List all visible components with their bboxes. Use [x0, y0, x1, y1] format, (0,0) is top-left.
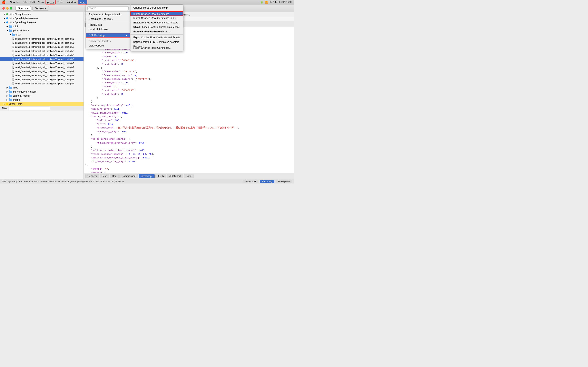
app-name[interactable]: Charles: [8, 0, 21, 4]
folder-label: order: [16, 33, 21, 37]
recording-button[interactable]: Recording: [260, 180, 274, 183]
tab-compressed[interactable]: Compressed: [120, 174, 138, 178]
menu-local-ip[interactable]: Local IP Address: [86, 27, 130, 32]
host-icon-green: [6, 13, 8, 15]
search-input[interactable]: [87, 6, 129, 10]
item-label: config?method_list=smart_call_config%2Cg…: [15, 37, 74, 41]
list-item[interactable]: js config?method_list=smart_call_config%…: [0, 73, 84, 77]
tab-raw-bottom[interactable]: Raw: [184, 174, 194, 178]
menu-save-cert[interactable]: Save Charles Root Certificate...: [130, 29, 183, 34]
list-item[interactable]: js config?method_list=smart_call_config%…: [0, 37, 84, 41]
breakpoints-button[interactable]: Breakpoints: [276, 180, 292, 183]
item-label: config?method_list=smart_call_config%2Cg…: [15, 77, 74, 82]
sidebar-item-mtee[interactable]: ▶ mtee: [0, 86, 84, 90]
menubar-right: 🔋 📶 10月14日 周四 10:41: [260, 0, 292, 4]
datetime: 10月14日 周四 10:41: [270, 0, 292, 4]
sidebar-item-ppe-knight[interactable]: ▼ https://ppe-knight.ele.me: [0, 20, 84, 25]
list-item[interactable]: js config?method_list=smart_call_config%…: [0, 65, 84, 69]
separator: [86, 32, 130, 33]
sidebar-item-lpd-cs-delivery[interactable]: ▼ lpd_cs.delivery: [0, 29, 84, 33]
item-label: config?method_list=smart_call_config%2Cg…: [15, 73, 74, 77]
doc-icon: js: [12, 78, 14, 81]
sidebar-item-personal-center[interactable]: ▶ personal_center: [0, 94, 84, 98]
code-line: "pull_grabbing_info": null,: [85, 111, 292, 115]
menu-cert-help[interactable]: Charles Root Certificate Help: [130, 6, 183, 10]
menu-edit[interactable]: Edit: [29, 0, 36, 4]
tab-text[interactable]: Text: [100, 174, 109, 178]
menu-reset-cert[interactable]: Reset Charles Root Certificate...: [130, 46, 183, 50]
code-line: "style": 8,: [85, 55, 292, 58]
status-buttons: Map Local Recording Breakpoints: [243, 180, 292, 183]
list-item[interactable]: js config?method_list=smart_call_config%…: [0, 45, 84, 49]
disclosure-icon: ▶: [7, 25, 9, 29]
list-item[interactable]: js config?method_list=smart_call_config%…: [0, 53, 84, 57]
apple-menu[interactable]: 🍎: [2, 0, 6, 4]
code-line: "picture_info": null,: [85, 107, 292, 111]
menu-install-cert-java[interactable]: Install Charles Root Certificate in Java…: [130, 20, 183, 25]
list-item[interactable]: js config?method_list=smart_call_config%…: [0, 61, 84, 65]
sidebar-item-lpd-query[interactable]: ▶ lpd_cs.delivery_query: [0, 90, 84, 94]
disclosure-icon: ▶: [7, 90, 9, 94]
tab-sequence[interactable]: Sequence: [33, 6, 49, 11]
tab-json-text[interactable]: JSON Text: [167, 174, 183, 178]
list-item[interactable]: js config?method_list=smart_call_config%…: [0, 82, 84, 86]
close-button[interactable]: [2, 7, 5, 9]
visit-website-label: Visit Website: [89, 43, 104, 48]
menu-install-cert[interactable]: Install Charles Root Certificate: [130, 11, 183, 16]
sidebar-item-knights[interactable]: ▶ knights: [0, 98, 84, 102]
item-label: config?method_list=smart_call_config%2Cg…: [15, 82, 74, 86]
list-item-selected[interactable]: js config?method_list=smart_call_config%…: [0, 57, 84, 61]
filter-input[interactable]: [9, 107, 50, 110]
tab-structure[interactable]: Structure: [16, 6, 31, 11]
host-label: Other Hosts: [9, 102, 22, 106]
tab-json[interactable]: JSON: [155, 174, 166, 178]
folder-icon: [9, 91, 12, 93]
sidebar-item-knight[interactable]: ▶ knight: [0, 25, 84, 29]
folder-label: knight: [13, 25, 19, 29]
menu-unregister[interactable]: Unregister Charles...: [86, 17, 130, 21]
list-item[interactable]: js config?method_list=smart_call_config%…: [0, 49, 84, 53]
code-line: "frame_corner_radius": 4,: [85, 74, 292, 77]
sidebar: ▼ https://knight.ele.me ▶ https://ppe-ht…: [0, 12, 84, 179]
tab-javascript[interactable]: JavaScript: [139, 174, 155, 178]
sidebar-item-order[interactable]: ▼ order: [0, 33, 84, 37]
separator: [86, 22, 130, 22]
tab-headers-bottom[interactable]: Headers: [85, 174, 99, 178]
disclosure-icon: ▶: [7, 86, 9, 90]
sidebar-item-other-hosts[interactable]: ▶ Other Hosts: [0, 102, 84, 106]
menu-help[interactable]: Help: [78, 0, 87, 4]
menu-ssl-proxying[interactable]: SSL Proxying ▶: [86, 33, 130, 38]
menu-window[interactable]: Window: [65, 0, 78, 4]
menu-visit-website[interactable]: Visit Website: [86, 43, 130, 48]
menu-about-java[interactable]: About Java: [86, 23, 130, 27]
code-line: }: [85, 96, 292, 100]
menu-view[interactable]: View: [36, 0, 45, 4]
sidebar-item-knight-ele[interactable]: ▼ https://knight.ele.me: [0, 12, 84, 16]
list-item[interactable]: js config?method_list=smart_call_config%…: [0, 69, 84, 73]
separator: [130, 34, 183, 35]
tab-hex[interactable]: Hex: [110, 174, 118, 178]
list-item[interactable]: js config?method_list=smart_call_config%…: [0, 77, 84, 82]
menu-file[interactable]: File: [21, 0, 29, 4]
folder-label: mtee: [13, 86, 18, 90]
code-line: "xiaobaotuan_wave_max_limit_config": nul…: [85, 156, 292, 160]
menu-registered[interactable]: Registered to https://zhile.io: [86, 12, 130, 17]
maximize-button[interactable]: [10, 7, 12, 9]
map-local-button[interactable]: Map Local: [243, 180, 258, 183]
list-item[interactable]: js config?method_list=smart_call_config%…: [0, 41, 84, 45]
sidebar-item-httpizza[interactable]: ▶ https://ppe-httpizza.ele.me: [0, 16, 84, 20]
menu-tools[interactable]: Tools: [56, 0, 65, 4]
menu-view-keystore[interactable]: View Generated SSL Certificates Keystore…: [130, 40, 183, 44]
traffic-lights: [2, 7, 12, 9]
separator: [86, 11, 130, 12]
minimize-button[interactable]: [6, 7, 9, 9]
menu-export-cert[interactable]: Export Charles Root Certificate and Priv…: [130, 35, 183, 40]
menu-install-cert-ios[interactable]: Install Charles Root Certificate in iOS …: [130, 16, 183, 20]
menu-proxy[interactable]: Proxy: [45, 0, 56, 4]
code-line: "td_zb_merge_orderlist_gray": true: [85, 141, 292, 145]
menu-install-cert-mobile[interactable]: Install Charles Root Certificate on a Mo…: [130, 25, 183, 29]
folder-icon: [9, 25, 12, 28]
menu-check-updates[interactable]: Check for Updates: [86, 39, 130, 43]
doc-icon: js: [12, 38, 14, 40]
disclosure-icon: ▼: [7, 29, 9, 33]
